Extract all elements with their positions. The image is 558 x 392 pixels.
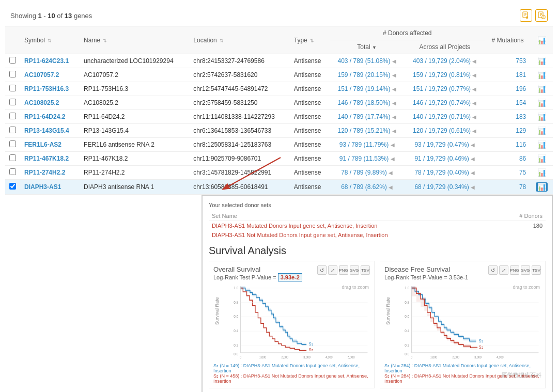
chart-button[interactable]: 📊 bbox=[536, 182, 548, 192]
symbol-sort-icon[interactable]: ⇅ bbox=[48, 38, 52, 43]
across-arrow-icon[interactable]: ◀ bbox=[472, 114, 476, 120]
download-tsv-button[interactable] bbox=[520, 9, 532, 22]
row-checkbox[interactable] bbox=[9, 183, 16, 190]
set1-donors: 180 bbox=[499, 221, 546, 231]
row-checkbox[interactable] bbox=[9, 57, 16, 64]
row-checkbox[interactable] bbox=[9, 71, 16, 77]
table-row: RP11-467K18.2 RP11-467K18.2 chr11:902570… bbox=[5, 152, 553, 166]
disease-expand-button[interactable]: ⤢ bbox=[499, 265, 508, 275]
across-arrow-icon[interactable]: ◀ bbox=[471, 156, 475, 162]
row-checkbox[interactable] bbox=[9, 99, 16, 105]
across-arrow-icon[interactable]: ◀ bbox=[471, 142, 475, 148]
row-checkbox[interactable] bbox=[9, 154, 16, 161]
name-header[interactable]: Name ⇅ bbox=[80, 26, 189, 54]
symbol-link[interactable]: AC108025.2 bbox=[24, 99, 59, 106]
name-cell: DIAPH3 antisense RNA 1 bbox=[80, 180, 189, 195]
svg-text:S₂: S₂ bbox=[309, 347, 313, 352]
donor-sets-table: Set Name # Donors DIAPH3-AS1 Mutated Don… bbox=[209, 211, 546, 240]
total-sort-icon[interactable]: ▼ bbox=[372, 45, 377, 50]
chart-cell: 📊 bbox=[530, 96, 553, 110]
chart-button[interactable]: 📊 bbox=[537, 140, 546, 149]
location-header[interactable]: Location ⇅ bbox=[189, 26, 289, 54]
disease-download-tsv-button[interactable]: TSV bbox=[532, 265, 541, 275]
total-arrow-icon[interactable]: ◀ bbox=[392, 58, 396, 64]
total-arrow-icon[interactable]: ◀ bbox=[389, 170, 393, 176]
row-checkbox[interactable] bbox=[9, 168, 16, 175]
total-arrow-icon[interactable]: ◀ bbox=[392, 128, 396, 134]
mutations-cell: 129 bbox=[485, 124, 530, 138]
overall-legend-s1: S₁ (N = 149) : DIAPH3-AS1 Mutated Donors… bbox=[213, 363, 370, 373]
row-checkbox[interactable] bbox=[9, 127, 16, 133]
symbol-link[interactable]: RP11-64D24.2 bbox=[24, 113, 65, 120]
across-arrow-icon[interactable]: ◀ bbox=[472, 86, 476, 92]
svg-text:0.8: 0.8 bbox=[405, 300, 409, 304]
set2-link[interactable]: DIAPH3-AS1 Not Mutated Donors Input gene… bbox=[212, 232, 388, 238]
chart-button[interactable]: 📊 bbox=[537, 154, 546, 163]
location-cell: chr3:145781829-145822991 bbox=[189, 166, 289, 180]
across-arrow-icon[interactable]: ◀ bbox=[472, 128, 476, 134]
chart-cell: 📊 bbox=[530, 68, 553, 82]
symbol-link[interactable]: RP11-753H16.3 bbox=[24, 85, 69, 92]
total-arrow-icon[interactable]: ◀ bbox=[392, 100, 396, 106]
download-json-button[interactable]: J bbox=[535, 9, 548, 22]
row-checkbox-cell bbox=[5, 124, 20, 138]
symbol-link[interactable]: FER1L6-AS2 bbox=[24, 141, 61, 148]
table-row: RP11-64D24.2 RP11-64D24.2 chr11:11408133… bbox=[5, 110, 553, 124]
across-arrow-icon[interactable]: ◀ bbox=[472, 100, 476, 106]
type-header[interactable]: Type ⇅ bbox=[290, 26, 330, 54]
row-checkbox[interactable] bbox=[9, 113, 16, 119]
overall-download-png-button[interactable]: PNG bbox=[339, 265, 348, 275]
chart-button[interactable]: 📊 bbox=[537, 71, 546, 79]
row-checkbox[interactable] bbox=[9, 85, 16, 91]
across-arrow-icon[interactable]: ◀ bbox=[471, 170, 475, 176]
symbol-link[interactable]: RP11-624C23.1 bbox=[24, 57, 69, 65]
across-arrow-icon[interactable]: ◀ bbox=[472, 72, 476, 78]
disease-reset-button[interactable]: ↺ bbox=[488, 265, 498, 275]
total-arrow-icon[interactable]: ◀ bbox=[392, 72, 396, 78]
total-header[interactable]: Total ▼ bbox=[330, 40, 405, 54]
symbol-link[interactable]: RP11-274H2.2 bbox=[24, 169, 65, 176]
chart-button[interactable]: 📊 bbox=[537, 85, 546, 93]
donor-set-row-2: DIAPH3-AS1 Not Mutated Donors Input gene… bbox=[209, 230, 546, 240]
svg-text:0: 0 bbox=[411, 355, 413, 358]
total-arrow-icon[interactable]: ◀ bbox=[391, 142, 395, 148]
overall-download-svg-button[interactable]: SVG bbox=[350, 265, 359, 275]
across-arrow-icon[interactable]: ◀ bbox=[472, 58, 476, 64]
mutations-cell: 753 bbox=[485, 54, 530, 68]
symbol-cell: RP11-467K18.2 bbox=[20, 152, 80, 166]
total-cell: 159 / 789 (20.15%) ◀ bbox=[330, 68, 405, 82]
total-arrow-icon[interactable]: ◀ bbox=[392, 86, 396, 92]
across-cell: 403 / 19,729 (2.04%) ◀ bbox=[405, 54, 485, 68]
disease-download-svg-button[interactable]: SVG bbox=[521, 265, 530, 275]
overall-pvalue: Log-Rank Test P-Value = 3.93e-2 bbox=[213, 274, 370, 280]
dash: - bbox=[42, 12, 48, 20]
overall-expand-button[interactable]: ⤢ bbox=[328, 265, 337, 275]
symbol-link[interactable]: AC107057.2 bbox=[24, 71, 59, 79]
chart-button[interactable]: 📊 bbox=[537, 127, 546, 135]
chart-button[interactable]: 📊 bbox=[537, 57, 546, 65]
total-arrow-icon[interactable]: ◀ bbox=[391, 156, 395, 162]
symbol-link[interactable]: DIAPH3-AS1 bbox=[24, 183, 61, 191]
disease-controls: ↺ ⤢ PNG SVG TSV bbox=[488, 265, 541, 275]
name-sort-icon[interactable]: ⇅ bbox=[103, 38, 107, 43]
type-sort-icon[interactable]: ⇅ bbox=[310, 38, 314, 43]
across-arrow-icon[interactable]: ◀ bbox=[471, 184, 475, 190]
disease-download-png-button[interactable]: PNG bbox=[510, 265, 519, 275]
chart-cell: 📊 bbox=[530, 152, 553, 166]
chart-button[interactable]: 📊 bbox=[537, 168, 546, 177]
chart-button[interactable]: 📊 bbox=[537, 113, 546, 121]
location-sort-icon[interactable]: ⇅ bbox=[220, 38, 224, 43]
symbol-header[interactable]: Symbol ⇅ bbox=[20, 26, 80, 54]
type-cell: Antisense bbox=[290, 180, 330, 195]
total-arrow-icon[interactable]: ◀ bbox=[389, 184, 393, 190]
total-arrow-icon[interactable]: ◀ bbox=[392, 114, 396, 120]
overall-download-tsv-button[interactable]: TSV bbox=[361, 265, 370, 275]
overall-reset-button[interactable]: ↺ bbox=[317, 265, 327, 275]
symbol-link[interactable]: RP13-143G15.4 bbox=[24, 127, 69, 134]
showing-prefix: Showing bbox=[10, 12, 38, 20]
row-checkbox[interactable] bbox=[9, 140, 16, 147]
set1-link[interactable]: DIAPH3-AS1 Mutated Donors Input gene set… bbox=[212, 223, 377, 229]
symbol-link[interactable]: RP11-467K18.2 bbox=[24, 155, 69, 162]
chart-button[interactable]: 📊 bbox=[537, 99, 546, 107]
survival-panels: Overall Survival Log-Rank Test P-Value =… bbox=[209, 261, 546, 388]
